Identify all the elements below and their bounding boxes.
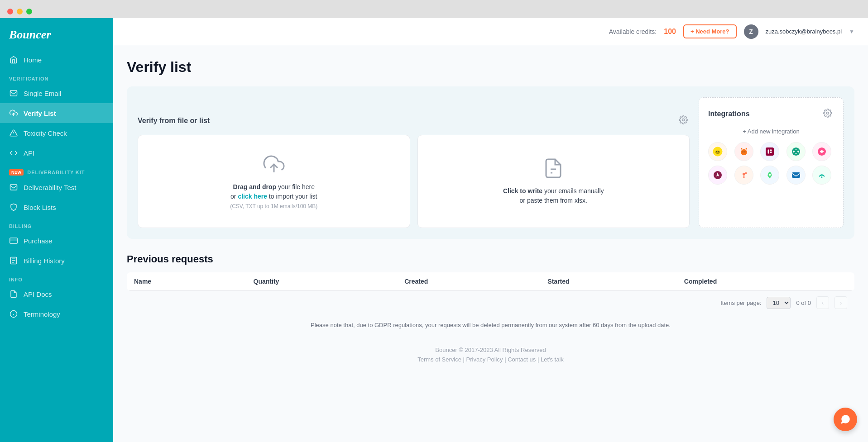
integration-icon-1[interactable] xyxy=(708,142,727,161)
new-badge: NEW xyxy=(9,169,24,176)
drag-drop-sub: (CSV, TXT up to 1M emails/100 MB) xyxy=(230,203,317,209)
footer-link-privacy[interactable]: Privacy Policy xyxy=(466,356,503,363)
user-email: zuza.sobczyk@brainybees.pl xyxy=(766,28,842,35)
integration-icon-3[interactable] xyxy=(760,142,779,161)
integration-icon-4[interactable] xyxy=(786,142,806,161)
integrations-title: Integrations xyxy=(708,110,750,118)
svg-point-22 xyxy=(718,151,719,152)
chat-bubble[interactable] xyxy=(834,408,857,431)
sidebar-item-billing-history[interactable]: Billing History xyxy=(0,251,113,271)
svg-rect-0 xyxy=(10,90,17,96)
sidebar-item-purchase-label: Purchase xyxy=(24,237,52,245)
requests-table: Name Quantity Created Started Completed xyxy=(127,272,854,291)
sidebar-item-verify-list-label: Verify List xyxy=(24,109,56,117)
integrations-settings-gear[interactable] xyxy=(821,107,834,121)
browser-dot-minimize[interactable] xyxy=(17,9,23,14)
sidebar-item-home[interactable]: Home xyxy=(0,50,113,70)
svg-rect-4 xyxy=(10,185,17,190)
svg-rect-38 xyxy=(792,172,800,178)
sidebar-item-purchase[interactable]: Purchase xyxy=(0,231,113,251)
svg-rect-27 xyxy=(768,150,769,154)
sidebar-item-api[interactable]: API xyxy=(0,143,113,163)
sidebar-item-deliverability-label: Deliverability Test xyxy=(24,184,76,191)
svg-point-30 xyxy=(792,147,800,156)
sidebar-item-block-lists-label: Block Lists xyxy=(24,204,56,211)
integration-icons-grid xyxy=(708,142,834,185)
sidebar-section-deliverability: NEW DELIVERABILITY KIT xyxy=(0,163,113,177)
integration-icon-2[interactable] xyxy=(734,142,753,161)
col-started: Started xyxy=(540,272,677,291)
pagination-next-button[interactable]: › xyxy=(834,296,847,309)
pagination-prev-button[interactable]: ‹ xyxy=(816,296,829,309)
need-more-button[interactable]: + Need More? xyxy=(683,24,737,38)
svg-point-33 xyxy=(743,173,745,176)
svg-point-37 xyxy=(769,174,771,176)
col-completed: Completed xyxy=(677,272,854,291)
gdpr-notice: Please note that, due to GDPR regulation… xyxy=(127,314,854,336)
svg-point-34 xyxy=(745,172,747,174)
app-container: Bouncer Home VERIFICATION Single Email xyxy=(0,18,868,442)
integration-icon-9[interactable] xyxy=(786,166,806,185)
credit-card-icon xyxy=(9,236,18,245)
envelope-icon xyxy=(9,89,18,98)
drag-drop-card[interactable]: Drag and drop your file here or click he… xyxy=(138,135,410,228)
table-footer: Items per page: 10 25 50 0 of 0 ‹ › xyxy=(127,291,854,314)
integrations-header: Integrations xyxy=(708,107,834,121)
sidebar: Bouncer Home VERIFICATION Single Email xyxy=(0,18,113,442)
avatar: Z xyxy=(744,24,758,39)
verify-section: Verify from file or list xyxy=(127,86,854,239)
items-per-page-select[interactable]: 10 25 50 xyxy=(767,297,791,309)
footer-links: Terms of Service | Privacy Policy | Cont… xyxy=(138,356,844,363)
sidebar-item-block-lists[interactable]: Block Lists xyxy=(0,197,113,217)
browser-dot-close[interactable] xyxy=(7,9,13,14)
svg-point-14 xyxy=(682,119,685,121)
integration-icon-6[interactable] xyxy=(708,166,727,185)
integration-icon-8[interactable] xyxy=(760,166,779,185)
cloud-upload-icon xyxy=(9,109,18,118)
sidebar-item-terminology[interactable]: Terminology xyxy=(0,304,113,324)
svg-point-24 xyxy=(742,152,743,152)
col-created: Created xyxy=(397,272,540,291)
svg-rect-28 xyxy=(770,150,772,151)
home-icon xyxy=(9,55,18,64)
pagination-text: 0 of 0 xyxy=(796,299,811,306)
footer-link-letstalk[interactable]: Let's talk xyxy=(541,356,564,363)
sidebar-section-info: INFO xyxy=(0,271,113,284)
svg-point-25 xyxy=(744,152,745,152)
sidebar-section-verification: VERIFICATION xyxy=(0,70,113,83)
svg-point-23 xyxy=(741,149,747,156)
receipt-icon xyxy=(9,256,18,265)
verify-settings-gear[interactable] xyxy=(677,114,690,128)
footer-link-tos[interactable]: Terms of Service xyxy=(417,356,461,363)
manual-entry-card[interactable]: Click to write your emails manually or p… xyxy=(417,135,690,228)
footer-link-contact[interactable]: Contact us xyxy=(508,356,536,363)
click-here-link[interactable]: click here xyxy=(238,193,267,200)
integration-icon-5[interactable] xyxy=(812,142,831,161)
col-quantity: Quantity xyxy=(246,272,398,291)
info-icon xyxy=(9,309,18,318)
sidebar-item-api-docs[interactable]: API Docs xyxy=(0,284,113,304)
browser-dot-maximize[interactable] xyxy=(26,9,32,14)
sidebar-item-api-label: API xyxy=(24,149,34,157)
add-integration-link[interactable]: + Add new integration xyxy=(708,128,834,135)
verify-section-title: Verify from file or list xyxy=(138,117,210,125)
main-content: Available credits: 100 + Need More? Z zu… xyxy=(113,18,868,442)
svg-rect-29 xyxy=(770,152,772,153)
integration-icon-7[interactable] xyxy=(734,166,753,185)
footer-copyright: Bouncer © 2017-2023 All Rights Reserved xyxy=(138,347,844,353)
sidebar-item-single-email[interactable]: Single Email xyxy=(0,83,113,103)
warning-icon xyxy=(9,128,18,138)
sidebar-logo: Bouncer xyxy=(0,18,113,50)
drag-drop-text: Drag and drop your file here or click he… xyxy=(230,182,317,201)
sidebar-item-toxicity-check[interactable]: Toxicity Check xyxy=(0,123,113,143)
sidebar-item-home-label: Home xyxy=(24,56,42,64)
credits-label: Available credits: xyxy=(609,28,657,35)
sidebar-section-billing: BILLING xyxy=(0,217,113,231)
sidebar-item-verify-list[interactable]: Verify List xyxy=(0,103,113,123)
page-title: Verify list xyxy=(127,59,854,76)
svg-point-21 xyxy=(716,151,717,152)
svg-point-39 xyxy=(821,176,823,178)
integration-icon-10[interactable] xyxy=(812,166,831,185)
sidebar-item-terminology-label: Terminology xyxy=(24,310,60,318)
sidebar-item-deliverability-test[interactable]: Deliverability Test xyxy=(0,177,113,197)
